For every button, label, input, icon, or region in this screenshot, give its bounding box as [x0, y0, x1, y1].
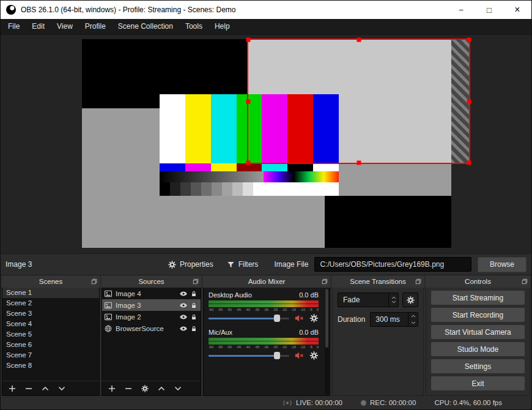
browse-button[interactable]: Browse: [478, 257, 526, 272]
move-source-down-button[interactable]: [174, 385, 182, 392]
dock-popout-icon[interactable]: [522, 278, 528, 285]
menu-profile[interactable]: Profile: [79, 19, 112, 34]
scene-list-item[interactable]: Scene 6: [2, 340, 99, 350]
duration-spinbox[interactable]: 300 ms: [370, 312, 418, 327]
channel-gear-icon[interactable]: [309, 314, 319, 322]
visibility-eye-icon[interactable]: [180, 313, 187, 321]
controls-dock: Controls Start Streaming Start Recording…: [426, 275, 530, 396]
meter-scale-label: -50: [227, 308, 232, 312]
mute-speaker-icon[interactable]: [295, 351, 304, 360]
resize-handle-bottom-left[interactable]: [246, 161, 251, 165]
source-list-item[interactable]: Image 3: [102, 299, 201, 311]
source-name: Image 2: [116, 313, 176, 321]
minimize-button[interactable]: –: [447, 1, 475, 19]
duration-decrease-button[interactable]: [408, 319, 418, 326]
scene-list-item[interactable]: Scene 4: [2, 319, 99, 329]
mute-speaker-icon[interactable]: [295, 314, 304, 322]
source-toolbar: Image 3 Properties Filters Image File Br…: [1, 253, 531, 275]
sources-dock-header[interactable]: Sources: [102, 275, 201, 288]
transition-settings-button[interactable]: [402, 293, 418, 307]
source-list-item[interactable]: Image 4: [102, 288, 201, 299]
channel-gear-icon[interactable]: [309, 351, 319, 360]
selection-box[interactable]: [247, 39, 470, 164]
resize-handle-bottom-right[interactable]: [467, 161, 471, 165]
exit-button[interactable]: Exit: [431, 376, 525, 390]
visibility-eye-icon[interactable]: [180, 290, 187, 297]
filters-button[interactable]: Filters: [223, 258, 262, 271]
menu-help[interactable]: Help: [209, 19, 236, 34]
move-scene-up-button[interactable]: [42, 385, 49, 392]
channel-level-db: 0.0 dB: [299, 329, 319, 336]
start-virtual-camera-button[interactable]: Start Virtual Camera: [431, 325, 525, 339]
scenes-dock-header[interactable]: Scenes: [2, 275, 100, 288]
dock-popout-icon[interactable]: [322, 278, 328, 285]
properties-button[interactable]: Properties: [164, 258, 217, 271]
color-bars-bottom: [160, 171, 339, 196]
lock-icon[interactable]: [191, 302, 197, 308]
obs-window: OBS 26.1.0 (64-bit, windows) - Profile: …: [0, 0, 532, 410]
menu-view[interactable]: View: [51, 19, 79, 34]
move-source-up-button[interactable]: [158, 385, 165, 392]
meter-scale-label: -5: [309, 345, 312, 349]
add-source-button[interactable]: [108, 385, 116, 392]
scene-list-item[interactable]: Scene 5: [2, 329, 99, 340]
scene-transitions-dock: Scene Transitions Fade: [332, 275, 424, 396]
lock-icon[interactable]: [191, 326, 197, 332]
resize-handle-bottom-center[interactable]: [357, 161, 361, 165]
dock-popout-icon[interactable]: [415, 278, 421, 285]
combo-arrows[interactable]: [388, 293, 398, 307]
source-properties-gear-icon[interactable]: [141, 385, 149, 392]
resize-handle-middle-right[interactable]: [467, 99, 471, 103]
volume-slider-handle[interactable]: [274, 352, 280, 359]
volume-slider[interactable]: [209, 351, 289, 360]
scene-list-item[interactable]: Scene 7: [2, 350, 99, 360]
mixer-scrollbar[interactable]: [325, 288, 329, 395]
scene-list-item[interactable]: Scene 8: [2, 360, 99, 371]
menu-file[interactable]: File: [2, 19, 26, 34]
menu-scene-collection[interactable]: Scene Collection: [112, 19, 179, 34]
maximize-button[interactable]: □: [475, 1, 503, 19]
close-button[interactable]: ×: [503, 1, 531, 19]
chevron-down-icon: [411, 321, 416, 324]
visibility-eye-icon[interactable]: [180, 302, 187, 309]
resize-handle-middle-left[interactable]: [246, 99, 251, 103]
dock-popout-icon[interactable]: [91, 278, 97, 285]
source-list-item[interactable]: BrowserSource: [102, 322, 201, 334]
lock-icon[interactable]: [191, 291, 197, 297]
volume-slider-handle[interactable]: [274, 315, 280, 322]
visibility-eye-icon[interactable]: [180, 325, 187, 332]
transition-select[interactable]: Fade: [338, 293, 399, 307]
resize-handle-top-right[interactable]: [467, 38, 471, 42]
audio-mixer-dock-header[interactable]: Audio Mixer: [203, 275, 330, 288]
scene-list-item[interactable]: Scene 2: [2, 298, 99, 308]
transitions-dock-header[interactable]: Scene Transitions: [332, 275, 424, 288]
move-scene-down-button[interactable]: [58, 385, 65, 392]
menu-tools[interactable]: Tools: [179, 19, 209, 34]
resize-handle-top-left[interactable]: [246, 38, 251, 42]
remove-scene-button[interactable]: [25, 385, 32, 392]
source-list-item[interactable]: Image 2: [102, 311, 201, 322]
duration-increase-button[interactable]: [408, 313, 418, 319]
controls-dock-header[interactable]: Controls: [426, 275, 530, 288]
settings-button[interactable]: Settings: [431, 359, 525, 373]
white-block: [264, 182, 339, 196]
scene-list-item[interactable]: Scene 3: [2, 308, 99, 319]
resize-handle-top-center[interactable]: [357, 38, 361, 42]
meter-scale-label: -10: [300, 345, 305, 349]
menu-edit[interactable]: Edit: [26, 19, 51, 34]
scene-list-item[interactable]: Scene 1: [2, 288, 99, 298]
lock-icon[interactable]: [191, 314, 197, 320]
meter-scale-label: -40: [245, 308, 250, 312]
meter-scale: -60-55-50-45-40-35-30-25-20-15-10-50: [209, 345, 319, 349]
add-scene-button[interactable]: [9, 385, 16, 392]
volume-slider[interactable]: [209, 313, 289, 323]
meter-scale-label: -25: [273, 345, 278, 349]
image-file-input[interactable]: [314, 257, 471, 272]
dock-popout-icon[interactable]: [193, 278, 199, 285]
start-recording-button[interactable]: Start Recording: [431, 308, 525, 322]
rainbow-strip: [264, 171, 339, 182]
start-streaming-button[interactable]: Start Streaming: [431, 291, 525, 305]
studio-mode-button[interactable]: Studio Mode: [431, 342, 525, 356]
remove-source-button[interactable]: [125, 385, 132, 392]
statusbar: LIVE: 00:00:00 REC: 00:00:00 CPU: 0.4%, …: [1, 396, 531, 409]
